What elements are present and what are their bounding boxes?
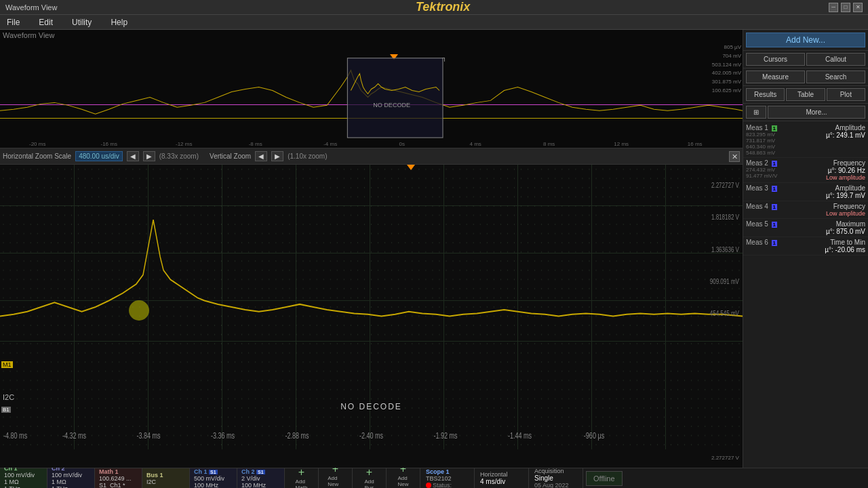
meas4-badge: 1	[772, 204, 777, 210]
hscale-inc-btn[interactable]: ▶	[143, 151, 155, 161]
search-button[interactable]: Search	[806, 70, 865, 83]
overview-section[interactable]: Waveform View ┐ NO DECODE -20 ms -16 ms	[0, 30, 743, 148]
svg-text:-2.40 ms: -2.40 ms	[359, 430, 383, 440]
icon-btn-1[interactable]: ⊞	[746, 106, 766, 119]
svg-text:-3.36 ms: -3.36 ms	[211, 430, 235, 440]
status-row: Status:	[426, 482, 469, 489]
meas6-badge: 1	[772, 240, 777, 246]
ch31-tab[interactable]: Ch 1 S1 500 mV/div 100 MHz	[190, 468, 237, 488]
main-layout: Waveform View ┐ NO DECODE -20 ms -16 ms	[0, 30, 868, 468]
menu-edit[interactable]: Edit	[35, 16, 57, 28]
svg-text:16 ms: 16 ms	[688, 141, 703, 147]
meas-4-row: Meas 4 1 Frequency Low amplitude	[743, 201, 868, 219]
meas5-badge: 1	[772, 222, 777, 228]
ch32-val2: 100 MHz	[241, 482, 280, 489]
main-waveform[interactable]: M1 -4.80 ms -4.32 ms -3.84 ms -3.3	[0, 165, 743, 468]
window-controls: ─ □ ✕	[829, 3, 863, 12]
add-bus-btn[interactable]: + AddBus	[353, 468, 387, 488]
hscale-zoom-info: (8.33x zoom)	[159, 152, 199, 160]
offline-button[interactable]: Offline	[586, 471, 623, 486]
add-new-scope-btn[interactable]: + AddNewScope	[319, 468, 353, 488]
window-title: Waveform View	[5, 3, 57, 12]
scope-section[interactable]: Scope 1 TBS2102 Status:	[420, 468, 475, 488]
meas2-badge: 1	[772, 161, 777, 167]
svg-text:-8 ms: -8 ms	[249, 141, 262, 147]
svg-text:8 ms: 8 ms	[543, 141, 555, 147]
meas3-badge: 1	[772, 186, 777, 192]
callout-button[interactable]: Callout	[806, 53, 865, 66]
s11-waveform-svg: 2.272727 V 1.818182 V 1.363636 V 909.091…	[0, 449, 743, 468]
math1-tab[interactable]: Math 1 100.6249 ... S1_Ch1 *	[95, 468, 142, 488]
zoom-top-indicator	[407, 165, 415, 170]
ch32-tab[interactable]: Ch 2 S1 2 V/div 100 MHz	[237, 468, 285, 488]
meas-2-row: Meas 2 1 274.432 mV 91.477 mV/V Frequenc…	[743, 158, 868, 183]
i2c-channel-label: I2C	[3, 393, 14, 401]
add-new-section: Add New...	[743, 30, 868, 51]
measurements-section: Meas 1 1 823.295 mV 731.817 mV 640.340 m…	[743, 121, 868, 468]
svg-rect-13	[0, 165, 743, 468]
vscale-zoom-info: (1.10x zoom)	[288, 152, 327, 160]
maximize-btn[interactable]: □	[841, 3, 850, 12]
svg-text:4 ms: 4 ms	[470, 141, 481, 147]
more-button[interactable]: More...	[768, 106, 865, 119]
m1-marker: M1	[1, 361, 13, 368]
add-ref-btn[interactable]: + AddNewRef	[387, 468, 420, 488]
b1-marker: B1	[1, 407, 11, 413]
svg-text:-12 ms: -12 ms	[176, 141, 193, 147]
bottom-bar: Ch 1 100 mV/div 1 MΩ 1 THz Ch 2 100 mV/d…	[0, 468, 868, 488]
controls-row-2: Measure Search	[743, 68, 868, 86]
vscale-inc-btn[interactable]: ▶	[271, 151, 283, 161]
results-button[interactable]: Results	[746, 88, 785, 101]
hscale-close-btn[interactable]: ✕	[729, 151, 740, 162]
ch31-val2: 100 MHz	[194, 482, 233, 489]
svg-text:-20 ms: -20 ms	[29, 141, 46, 147]
math1-val2: S1_Ch1 *	[99, 482, 138, 489]
close-btn[interactable]: ✕	[853, 3, 863, 12]
hscale-label: Horizontal Zoom Scale	[3, 152, 71, 160]
measure-button[interactable]: Measure	[746, 70, 805, 83]
acq-label: Acquisition	[534, 468, 577, 474]
date-text: 05 Aug 2022	[534, 482, 577, 488]
svg-text:-4.80 ms: -4.80 ms	[3, 430, 27, 440]
horizontal-section[interactable]: Horizontal 4 ms/div	[475, 468, 529, 488]
scope-label: Scope 1	[426, 468, 469, 475]
ch1-tab[interactable]: Ch 1 100 mV/div 1 MΩ 1 THz	[0, 468, 47, 488]
bus1-label: Bus 1	[146, 472, 185, 479]
menu-file[interactable]: File	[3, 16, 24, 28]
svg-text:1.363636 V: 1.363636 V	[711, 245, 740, 253]
controls-row-1: Cursors Callout	[743, 51, 868, 68]
add-new-button[interactable]: Add New...	[746, 33, 865, 47]
svg-rect-29	[0, 449, 743, 468]
horiz-label: Horizontal	[480, 471, 523, 478]
ch2-tab[interactable]: Ch 2 100 mV/div 1 MΩ 1 THz	[47, 468, 95, 488]
svg-text:12 ms: 12 ms	[614, 141, 629, 147]
svg-rect-0	[347, 58, 443, 138]
vscale-dec-btn[interactable]: ◀	[255, 151, 267, 161]
menu-help[interactable]: Help	[106, 16, 132, 28]
ch31-label: Ch 1 S1	[194, 468, 233, 475]
title-bar: Waveform View Tektronix ─ □ ✕	[0, 0, 868, 15]
meas-1-row: Meas 1 1 823.295 mV 731.817 mV 640.340 m…	[743, 123, 868, 158]
minimize-btn[interactable]: ─	[829, 3, 838, 12]
cursors-button[interactable]: Cursors	[746, 53, 805, 66]
ch32-label: Ch 2 S1	[241, 468, 280, 475]
svg-text:-960 µs: -960 µs	[584, 430, 604, 440]
menu-utility[interactable]: Utility	[68, 16, 96, 28]
table-button[interactable]: Table	[786, 88, 825, 101]
ch1-val3: 1 THz	[4, 485, 43, 489]
plot-button[interactable]: Plot	[827, 88, 865, 101]
add-math-btn[interactable]: + AddMath	[285, 468, 319, 488]
acquisition-section[interactable]: Acquisition Single 05 Aug 2022	[529, 468, 583, 488]
svg-text:-16 ms: -16 ms	[100, 141, 117, 147]
svg-text:454.545 mV: 454.545 mV	[710, 309, 740, 317]
hscale-dec-btn[interactable]: ◀	[127, 151, 139, 161]
horiz-val: 4 ms/div	[480, 478, 523, 485]
math1-label: Math 1	[99, 468, 138, 475]
hscale-value[interactable]: 480.00 us/div	[75, 151, 123, 161]
svg-text:-3.84 ms: -3.84 ms	[136, 430, 160, 440]
bus1-tab[interactable]: Bus 1 I2C	[142, 468, 190, 488]
meas-6-row: Meas 6 1 Time to Min µ°: -20.06 ms	[743, 237, 868, 256]
bus1-val1: I2C	[146, 479, 185, 485]
svg-text:-2.88 ms: -2.88 ms	[285, 430, 309, 440]
ch1-val1: 100 mV/div	[4, 472, 43, 479]
